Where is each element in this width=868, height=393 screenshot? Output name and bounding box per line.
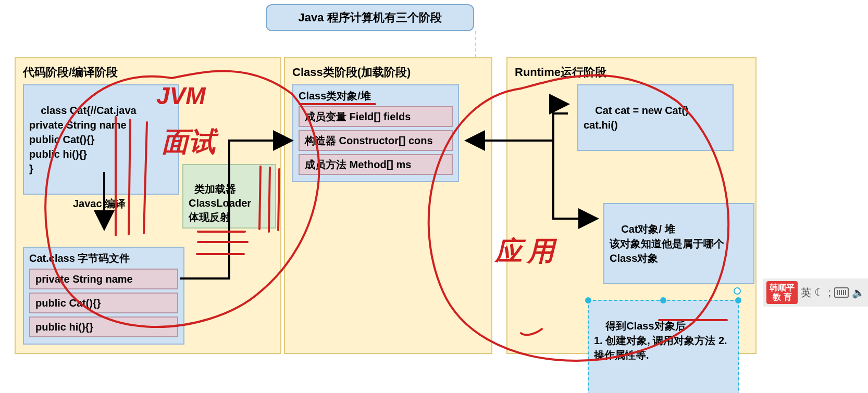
stage-class-load: Class类阶段(加载阶段) Class类对象/堆 成员变量 Field[] f… <box>284 57 492 354</box>
selection-handle-mt[interactable] <box>660 297 666 303</box>
class-heap-title: Class类对象/堆 <box>299 88 453 103</box>
diagram-title: Java 程序计算机有三个阶段 <box>266 4 474 31</box>
reflection-result-text: 得到Class对象后 1. 创建对象, 调用对象方法 2. 操作属性等. <box>594 320 730 361</box>
stage1-title: 代码阶段/编译阶段 <box>23 65 273 80</box>
ime-lang[interactable]: 英 <box>801 286 811 300</box>
ime-sep: ; <box>828 287 831 299</box>
title-text: Java 程序计算机有三个阶段 <box>298 10 441 26</box>
rotate-handle[interactable] <box>734 287 741 295</box>
runtime-heap-box: Cat对象/ 堆 该对象知道他是属于哪个Class对象 <box>603 203 754 284</box>
heap-constructor-item: 构造器 Constructor[] cons <box>299 130 453 151</box>
ime-toolbar[interactable]: 韩顺平 教 育 英 ☾ ; 🔈 <box>763 278 868 307</box>
heap-method-item: 成员方法 Method[] ms <box>299 154 453 175</box>
bytecode-title: Cat.class 字节码文件 <box>29 251 178 265</box>
selection-handle-tr[interactable] <box>735 297 741 303</box>
stage3-title: Runtime运行阶段 <box>515 65 748 80</box>
heap-field-item: 成员变量 Field[] fields <box>299 106 453 127</box>
class-heap-box: Class类对象/堆 成员变量 Field[] fields 构造器 Const… <box>292 84 459 182</box>
reflection-result-box[interactable]: 得到Class对象后 1. 创建对象, 调用对象方法 2. 操作属性等. ↓ → <box>588 300 739 393</box>
selection-handle-tl[interactable] <box>585 297 591 303</box>
runtime-heap-text: Cat对象/ 堆 该对象知道他是属于哪个Class对象 <box>610 223 724 264</box>
classloader-box: 类加载器 ClassLoader 体现反射 <box>182 164 276 229</box>
runtime-code-text: Cat cat = new Cat() cat.hi() <box>584 105 689 131</box>
classloader-text: 类加载器 ClassLoader 体现反射 <box>189 183 251 223</box>
keyboard-icon[interactable] <box>834 287 849 298</box>
bytecode-item-1: public Cat(){} <box>29 293 178 313</box>
ime-badge[interactable]: 韩顺平 教 育 <box>766 281 798 303</box>
source-code-box: class Cat{//Cat.java private String name… <box>23 84 179 195</box>
runtime-code-box: Cat cat = new Cat() cat.hi() <box>577 84 734 151</box>
bytecode-item-2: public hi(){} <box>29 316 178 337</box>
bytecode-item-0: private String name <box>29 269 178 289</box>
stage-runtime: Runtime运行阶段 Cat cat = new Cat() cat.hi()… <box>506 57 757 354</box>
javac-compile-label: Javac 编译 <box>73 197 126 211</box>
divider-dashed <box>475 31 476 57</box>
stage2-title: Class类阶段(加载阶段) <box>292 65 484 80</box>
moon-icon[interactable]: ☾ <box>814 286 825 299</box>
bytecode-box: Cat.class 字节码文件 private String name publ… <box>23 247 184 345</box>
source-code-text: class Cat{//Cat.java private String name… <box>29 105 137 174</box>
speaker-icon[interactable]: 🔈 <box>852 286 865 299</box>
